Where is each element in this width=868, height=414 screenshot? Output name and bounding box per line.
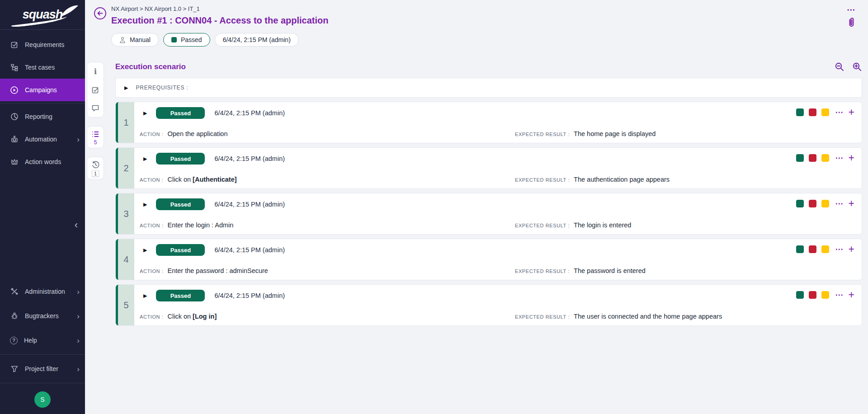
sidebar-item-bugtrackers[interactable]: Bugtrackers ›: [0, 304, 85, 328]
mark-failed-button[interactable]: [809, 245, 816, 253]
sidebar-item-automation[interactable]: Automation ›: [0, 128, 85, 151]
expected-result-label: EXPECTED RESULT :: [515, 177, 570, 183]
step-number-cell: 2: [116, 148, 134, 188]
crown-icon: [10, 158, 19, 166]
more-menu-icon[interactable]: ⋯: [847, 5, 856, 14]
mark-blocked-button[interactable]: [821, 108, 829, 116]
mark-passed-button[interactable]: [796, 291, 804, 299]
timestamp-chip-label: 6/4/24, 2:15 PM (admin): [223, 36, 291, 43]
step-more-actions-icon[interactable]: ⋯: [835, 200, 844, 207]
step-more-actions-icon[interactable]: ⋯: [835, 154, 844, 162]
squash-logo[interactable]: squash: [0, 0, 85, 30]
sidebar-item-label: Requirements: [25, 41, 64, 48]
sidebar-menu: Requirements Test cases Campaigns Automa…: [0, 30, 85, 173]
step-add-button[interactable]: +: [849, 154, 854, 162]
help-icon: ?: [10, 337, 18, 344]
step-number: 1: [123, 118, 128, 128]
expand-prerequisites-icon[interactable]: ▶: [124, 85, 128, 90]
sidebar-item-requirements[interactable]: Requirements: [0, 33, 85, 56]
expand-step-icon[interactable]: ▶: [143, 111, 147, 116]
pie-chart-icon: [10, 113, 19, 121]
mark-blocked-button[interactable]: [821, 245, 829, 253]
sidebar-item-label: Administration: [25, 288, 65, 295]
expected-result-text: The home page is displayed: [574, 130, 656, 137]
information-tab-icon[interactable]: i: [91, 67, 100, 76]
mark-failed-button[interactable]: [809, 154, 816, 162]
zoom-in-icon[interactable]: [852, 62, 862, 72]
chevron-right-icon: ›: [77, 312, 80, 320]
step-body: ▶ Passed 6/4/24, 2:15 PM (admin) ⋯ + ACT…: [134, 285, 862, 325]
step-status-badge[interactable]: Passed: [156, 244, 205, 256]
step-number: 5: [123, 300, 128, 310]
step-row-3: 3 ▶ Passed 6/4/24, 2:15 PM (admin) ⋯ +: [115, 193, 862, 235]
comment-tab-icon[interactable]: [91, 104, 100, 112]
back-button[interactable]: [94, 7, 106, 19]
step-add-button[interactable]: +: [849, 199, 854, 207]
step-add-button[interactable]: +: [849, 291, 854, 299]
step-timestamp: 6/4/24, 2:15 PM (admin): [214, 201, 285, 208]
status-chip[interactable]: Passed: [163, 33, 210, 47]
mark-failed-button[interactable]: [809, 291, 816, 299]
expected-result-text: The password is entered: [574, 267, 646, 274]
breadcrumb[interactable]: NX Airport > NX Airport 1.0 > IT_1: [111, 5, 329, 12]
chevron-right-icon: ›: [77, 136, 80, 143]
step-more-actions-icon[interactable]: ⋯: [835, 245, 844, 253]
step-status-badge[interactable]: Passed: [156, 107, 205, 119]
attachment-icon[interactable]: [847, 17, 856, 28]
expand-step-icon[interactable]: ▶: [143, 202, 147, 207]
step-controls: ⋯ +: [796, 291, 854, 299]
timestamp-chip: 6/4/24, 2:15 PM (admin): [215, 33, 299, 47]
step-add-button[interactable]: +: [849, 108, 854, 116]
sidebar-item-action-words[interactable]: Action words: [0, 151, 85, 173]
zoom-out-icon[interactable]: [835, 62, 844, 72]
rail-card-steps-tab[interactable]: 5: [87, 126, 104, 148]
step-number: 2: [123, 163, 128, 174]
mark-failed-button[interactable]: [809, 200, 816, 207]
collapse-sidebar-icon[interactable]: ‹: [71, 218, 81, 232]
mark-blocked-button[interactable]: [821, 291, 829, 299]
step-row-1: 1 ▶ Passed 6/4/24, 2:15 PM (admin) ⋯ +: [115, 102, 862, 143]
expand-step-icon[interactable]: ▶: [143, 293, 147, 298]
step-row-4: 4 ▶ Passed 6/4/24, 2:15 PM (admin) ⋯ +: [115, 239, 862, 280]
execution-scenario-panel: Execution scenario ▶ PREREQUISITES : 1 ▶…: [115, 62, 862, 330]
sidebar-item-help[interactable]: ? Help ›: [0, 328, 85, 353]
verification-tab-icon[interactable]: [91, 85, 100, 94]
numbered-list-icon: [91, 130, 100, 138]
play-circle-icon: [10, 86, 19, 94]
step-status-badge[interactable]: Passed: [156, 290, 205, 301]
mark-blocked-button[interactable]: [821, 200, 829, 207]
mode-chip: Manual: [111, 33, 159, 47]
mark-passed-button[interactable]: [796, 200, 804, 207]
step-more-actions-icon[interactable]: ⋯: [835, 108, 844, 116]
sidebar-item-administration[interactable]: Administration ›: [0, 279, 85, 304]
rail-card-history-tab[interactable]: 1: [87, 157, 104, 179]
step-status-badge[interactable]: Passed: [156, 198, 205, 210]
step-more-actions-icon[interactable]: ⋯: [835, 291, 844, 299]
sidebar-item-reporting[interactable]: Automation Reporting: [0, 105, 85, 128]
step-body: ▶ Passed 6/4/24, 2:15 PM (admin) ⋯ + ACT…: [134, 102, 862, 143]
tree-icon: [10, 63, 19, 72]
prerequisites-row[interactable]: ▶ PREREQUISITES :: [115, 78, 862, 98]
sidebar-item-test-cases[interactable]: Test cases: [0, 56, 85, 79]
step-row-5: 5 ▶ Passed 6/4/24, 2:15 PM (admin) ⋯ +: [115, 284, 862, 326]
chevron-right-icon: ›: [77, 288, 80, 296]
header-actions: ⋯: [847, 5, 856, 28]
sidebar-item-campaigns[interactable]: Campaigns: [0, 79, 85, 101]
step-status-badge[interactable]: Passed: [156, 153, 205, 165]
scenario-header: Execution scenario: [115, 62, 862, 72]
expand-step-icon[interactable]: ▶: [143, 248, 147, 253]
action-text: Click on [Log in]: [167, 313, 217, 320]
mark-blocked-button[interactable]: [821, 154, 829, 162]
step-body: ▶ Passed 6/4/24, 2:15 PM (admin) ⋯ + ACT…: [134, 148, 862, 188]
status-square-icon: [171, 37, 177, 42]
expand-step-icon[interactable]: ▶: [143, 156, 147, 161]
step-controls: ⋯ +: [796, 199, 854, 207]
sidebar-item-project-filter[interactable]: Project filter ›: [0, 357, 85, 381]
mark-passed-button[interactable]: [796, 108, 804, 116]
avatar[interactable]: S: [34, 391, 51, 408]
mark-passed-button[interactable]: [796, 154, 804, 162]
mark-failed-button[interactable]: [809, 108, 816, 116]
mark-passed-button[interactable]: [796, 245, 804, 253]
step-add-button[interactable]: +: [849, 245, 854, 253]
step-number: 3: [123, 209, 128, 219]
